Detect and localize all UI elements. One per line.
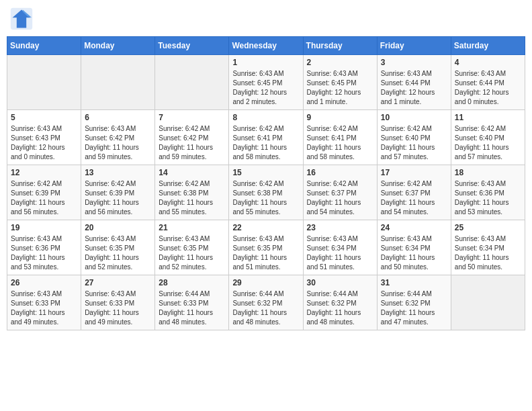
- day-cell: 6Sunrise: 6:43 AM Sunset: 6:42 PM Daylig…: [81, 110, 155, 165]
- day-info: Sunrise: 6:42 AM Sunset: 6:41 PM Dayligh…: [307, 124, 373, 162]
- day-info: Sunrise: 6:42 AM Sunset: 6:40 PM Dayligh…: [455, 124, 521, 162]
- day-number: 4: [455, 58, 521, 67]
- day-cell: 27Sunrise: 6:43 AM Sunset: 6:33 PM Dayli…: [81, 275, 155, 330]
- day-info: Sunrise: 6:44 AM Sunset: 6:32 PM Dayligh…: [307, 289, 373, 327]
- day-number: 31: [381, 278, 447, 287]
- page-header: [7, 7, 525, 31]
- day-cell: 18Sunrise: 6:43 AM Sunset: 6:36 PM Dayli…: [451, 165, 525, 220]
- day-cell: 23Sunrise: 6:43 AM Sunset: 6:34 PM Dayli…: [303, 220, 377, 275]
- day-number: 29: [232, 278, 299, 287]
- day-number: 28: [159, 278, 225, 287]
- day-number: 8: [232, 113, 299, 122]
- day-cell: 1Sunrise: 6:43 AM Sunset: 6:45 PM Daylig…: [229, 55, 303, 110]
- day-header-tuesday: Tuesday: [155, 37, 229, 55]
- day-cell: 14Sunrise: 6:42 AM Sunset: 6:38 PM Dayli…: [155, 165, 229, 220]
- day-number: 24: [381, 223, 447, 232]
- day-cell: 29Sunrise: 6:44 AM Sunset: 6:32 PM Dayli…: [229, 275, 303, 330]
- day-number: 6: [85, 113, 151, 122]
- day-info: Sunrise: 6:43 AM Sunset: 6:33 PM Dayligh…: [85, 289, 151, 327]
- day-info: Sunrise: 6:44 AM Sunset: 6:32 PM Dayligh…: [381, 289, 447, 327]
- day-number: 30: [307, 278, 373, 287]
- day-info: Sunrise: 6:43 AM Sunset: 6:34 PM Dayligh…: [455, 234, 521, 272]
- day-info: Sunrise: 6:43 AM Sunset: 6:45 PM Dayligh…: [307, 69, 373, 107]
- day-number: 22: [232, 223, 299, 232]
- day-number: 5: [11, 113, 77, 122]
- week-row-5: 26Sunrise: 6:43 AM Sunset: 6:33 PM Dayli…: [7, 275, 525, 330]
- day-info: Sunrise: 6:43 AM Sunset: 6:34 PM Dayligh…: [307, 234, 373, 272]
- calendar-table: SundayMondayTuesdayWednesdayThursdayFrid…: [7, 36, 525, 330]
- logo-icon: [9, 7, 34, 31]
- day-cell: 24Sunrise: 6:43 AM Sunset: 6:34 PM Dayli…: [377, 220, 451, 275]
- day-cell: 5Sunrise: 6:43 AM Sunset: 6:43 PM Daylig…: [7, 110, 81, 165]
- day-info: Sunrise: 6:43 AM Sunset: 6:36 PM Dayligh…: [455, 179, 521, 217]
- day-number: 11: [455, 113, 521, 122]
- day-number: 27: [85, 278, 151, 287]
- day-info: Sunrise: 6:43 AM Sunset: 6:42 PM Dayligh…: [85, 124, 151, 162]
- day-number: 9: [307, 113, 373, 122]
- day-number: 3: [381, 58, 447, 67]
- week-row-4: 19Sunrise: 6:43 AM Sunset: 6:36 PM Dayli…: [7, 220, 525, 275]
- week-row-3: 12Sunrise: 6:42 AM Sunset: 6:39 PM Dayli…: [7, 165, 525, 220]
- logo: [9, 7, 36, 31]
- day-info: Sunrise: 6:43 AM Sunset: 6:33 PM Dayligh…: [11, 289, 77, 327]
- day-info: Sunrise: 6:42 AM Sunset: 6:42 PM Dayligh…: [159, 124, 225, 162]
- day-cell: 21Sunrise: 6:43 AM Sunset: 6:35 PM Dayli…: [155, 220, 229, 275]
- day-header-saturday: Saturday: [451, 37, 525, 55]
- day-info: Sunrise: 6:42 AM Sunset: 6:38 PM Dayligh…: [232, 179, 299, 217]
- day-info: Sunrise: 6:42 AM Sunset: 6:39 PM Dayligh…: [85, 179, 151, 217]
- day-cell: 3Sunrise: 6:43 AM Sunset: 6:44 PM Daylig…: [377, 55, 451, 110]
- day-cell: 2Sunrise: 6:43 AM Sunset: 6:45 PM Daylig…: [303, 55, 377, 110]
- header-row: SundayMondayTuesdayWednesdayThursdayFrid…: [7, 37, 525, 55]
- day-info: Sunrise: 6:44 AM Sunset: 6:32 PM Dayligh…: [232, 289, 299, 327]
- day-number: 17: [381, 168, 447, 177]
- day-cell: 8Sunrise: 6:42 AM Sunset: 6:41 PM Daylig…: [229, 110, 303, 165]
- day-cell: [451, 275, 525, 330]
- day-cell: 25Sunrise: 6:43 AM Sunset: 6:34 PM Dayli…: [451, 220, 525, 275]
- day-number: 23: [307, 223, 373, 232]
- day-info: Sunrise: 6:43 AM Sunset: 6:44 PM Dayligh…: [455, 69, 521, 107]
- day-number: 13: [85, 168, 151, 177]
- day-cell: 20Sunrise: 6:43 AM Sunset: 6:35 PM Dayli…: [81, 220, 155, 275]
- day-cell: 30Sunrise: 6:44 AM Sunset: 6:32 PM Dayli…: [303, 275, 377, 330]
- day-number: 21: [159, 223, 225, 232]
- day-cell: 16Sunrise: 6:42 AM Sunset: 6:37 PM Dayli…: [303, 165, 377, 220]
- day-cell: 19Sunrise: 6:43 AM Sunset: 6:36 PM Dayli…: [7, 220, 81, 275]
- day-header-thursday: Thursday: [303, 37, 377, 55]
- day-cell: 7Sunrise: 6:42 AM Sunset: 6:42 PM Daylig…: [155, 110, 229, 165]
- day-info: Sunrise: 6:42 AM Sunset: 6:39 PM Dayligh…: [11, 179, 77, 217]
- week-row-2: 5Sunrise: 6:43 AM Sunset: 6:43 PM Daylig…: [7, 110, 525, 165]
- day-number: 12: [11, 168, 77, 177]
- day-info: Sunrise: 6:42 AM Sunset: 6:38 PM Dayligh…: [159, 179, 225, 217]
- day-info: Sunrise: 6:42 AM Sunset: 6:41 PM Dayligh…: [232, 124, 299, 162]
- day-cell: 26Sunrise: 6:43 AM Sunset: 6:33 PM Dayli…: [7, 275, 81, 330]
- day-number: 26: [11, 278, 77, 287]
- day-cell: 4Sunrise: 6:43 AM Sunset: 6:44 PM Daylig…: [451, 55, 525, 110]
- day-number: 14: [159, 168, 225, 177]
- day-number: 20: [85, 223, 151, 232]
- day-info: Sunrise: 6:43 AM Sunset: 6:36 PM Dayligh…: [11, 234, 77, 272]
- day-info: Sunrise: 6:44 AM Sunset: 6:33 PM Dayligh…: [159, 289, 225, 327]
- day-info: Sunrise: 6:43 AM Sunset: 6:35 PM Dayligh…: [232, 234, 299, 272]
- day-info: Sunrise: 6:42 AM Sunset: 6:37 PM Dayligh…: [381, 179, 447, 217]
- day-cell: 31Sunrise: 6:44 AM Sunset: 6:32 PM Dayli…: [377, 275, 451, 330]
- day-cell: 13Sunrise: 6:42 AM Sunset: 6:39 PM Dayli…: [81, 165, 155, 220]
- day-header-wednesday: Wednesday: [229, 37, 303, 55]
- day-info: Sunrise: 6:43 AM Sunset: 6:35 PM Dayligh…: [159, 234, 225, 272]
- day-number: 2: [307, 58, 373, 67]
- day-info: Sunrise: 6:43 AM Sunset: 6:45 PM Dayligh…: [232, 69, 299, 107]
- day-number: 25: [455, 223, 521, 232]
- day-cell: 9Sunrise: 6:42 AM Sunset: 6:41 PM Daylig…: [303, 110, 377, 165]
- day-number: 18: [455, 168, 521, 177]
- day-header-friday: Friday: [377, 37, 451, 55]
- day-number: 10: [381, 113, 447, 122]
- day-cell: 12Sunrise: 6:42 AM Sunset: 6:39 PM Dayli…: [7, 165, 81, 220]
- week-row-1: 1Sunrise: 6:43 AM Sunset: 6:45 PM Daylig…: [7, 55, 525, 110]
- day-cell: 22Sunrise: 6:43 AM Sunset: 6:35 PM Dayli…: [229, 220, 303, 275]
- day-number: 16: [307, 168, 373, 177]
- day-number: 19: [11, 223, 77, 232]
- day-cell: 17Sunrise: 6:42 AM Sunset: 6:37 PM Dayli…: [377, 165, 451, 220]
- day-cell: 10Sunrise: 6:42 AM Sunset: 6:40 PM Dayli…: [377, 110, 451, 165]
- day-cell: 15Sunrise: 6:42 AM Sunset: 6:38 PM Dayli…: [229, 165, 303, 220]
- day-number: 7: [159, 113, 225, 122]
- day-header-sunday: Sunday: [7, 37, 81, 55]
